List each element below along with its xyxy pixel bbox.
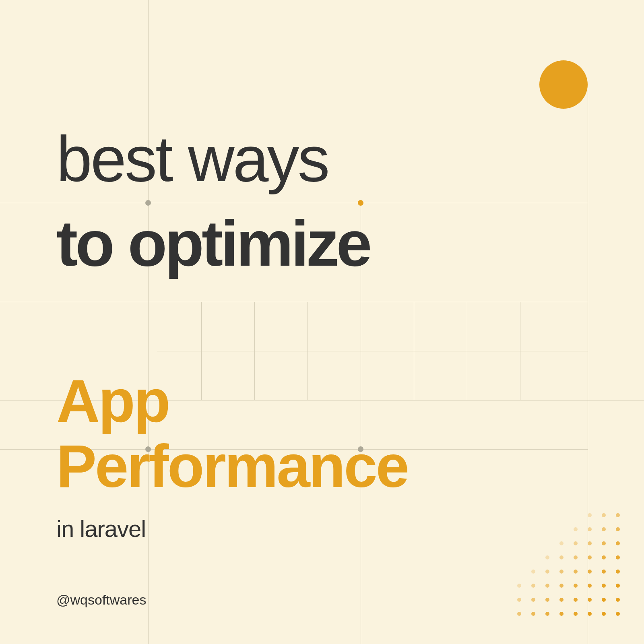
heading-line-2: to optimize [56, 211, 369, 276]
grid-dot [145, 200, 151, 206]
social-handle: @wqsoftwares [56, 592, 146, 608]
heading-accent: App Performance [56, 368, 408, 499]
grid-line [520, 302, 520, 400]
accent-circle [539, 60, 588, 109]
heading-line-1: best ways [56, 127, 328, 191]
grid-line [467, 302, 467, 400]
grid-dot [358, 200, 363, 206]
heading-sub: in laravel [56, 515, 146, 542]
grid-line [157, 351, 588, 351]
grid-line [0, 203, 588, 203]
heading-accent-line-b: Performance [56, 432, 408, 500]
grid-line [148, 0, 149, 644]
poster-canvas: best ways to optimize App Performance in… [0, 0, 644, 644]
heading-accent-line-a: App [56, 367, 169, 435]
grid-line [0, 302, 588, 302]
grid-line [414, 302, 414, 400]
dot-pattern [517, 513, 620, 616]
